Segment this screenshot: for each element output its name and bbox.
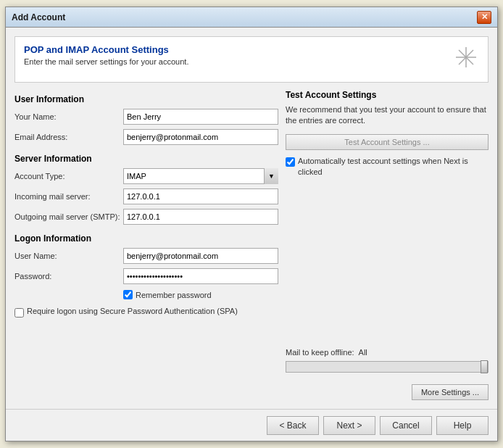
username-input[interactable] <box>123 248 278 264</box>
spa-label: Require logon using Secure Password Auth… <box>27 307 238 315</box>
spa-checkbox[interactable] <box>14 308 24 318</box>
more-settings-button[interactable]: More Settings ... <box>412 384 489 400</box>
email-input[interactable] <box>123 129 278 145</box>
outgoing-server-label: Outgoing mail server (SMTP): <box>14 212 123 221</box>
account-type-row: Account Type: IMAP POP3 ▼ <box>14 168 278 184</box>
user-info-header: User Information <box>14 94 278 104</box>
window-title: Add Account <box>12 12 65 22</box>
test-section-header: Test Account Settings <box>286 90 489 100</box>
username-label: User Name: <box>14 252 123 260</box>
auto-test-label: Automatically test account settings when… <box>298 156 489 178</box>
left-panel: User Information Your Name: Email Addres… <box>14 90 278 400</box>
account-type-wrapper: IMAP POP3 ▼ <box>123 168 278 184</box>
right-panel-inner: Test Account Settings We recommend that … <box>286 90 489 400</box>
test-description: We recommend that you test your account … <box>286 104 489 127</box>
window-content: POP and IMAP Account Settings Enter the … <box>6 28 497 409</box>
incoming-server-input[interactable] <box>123 188 278 204</box>
mail-offline-label: Mail to keep offline: <box>286 348 354 357</box>
outgoing-server-row: Outgoing mail server (SMTP): <box>14 209 278 225</box>
password-label: Password: <box>14 272 123 281</box>
header-title: POP and IMAP Account Settings <box>24 44 188 55</box>
outgoing-server-input[interactable] <box>123 209 278 225</box>
email-row: Email Address: <box>14 129 278 145</box>
server-info-header: Server Information <box>14 154 278 164</box>
footer: < Back Next > Cancel Help <box>6 409 497 441</box>
account-type-select[interactable]: IMAP POP3 <box>123 168 278 184</box>
header-description: Enter the mail server settings for your … <box>24 57 188 66</box>
remember-password-checkbox[interactable] <box>123 290 133 299</box>
cancel-button[interactable]: Cancel <box>380 416 432 435</box>
header-text: POP and IMAP Account Settings Enter the … <box>24 44 188 66</box>
main-area: User Information Your Name: Email Addres… <box>14 90 489 400</box>
incoming-server-row: Incoming mail server: <box>14 188 278 204</box>
auto-test-checkbox[interactable] <box>286 157 295 167</box>
test-account-settings-button[interactable]: Test Account Settings ... <box>286 134 489 150</box>
password-input[interactable] <box>123 268 278 284</box>
mail-offline-row: Mail to keep offline: All <box>286 348 489 357</box>
account-type-label: Account Type: <box>14 172 123 181</box>
add-account-window: Add Account ✕ POP and IMAP Account Setti… <box>5 7 498 441</box>
logon-info-header: Logon Information <box>14 233 278 244</box>
remember-password-label: Remember password <box>136 291 212 299</box>
email-label: Email Address: <box>14 133 123 141</box>
next-button[interactable]: Next > <box>323 416 375 435</box>
auto-test-row: Automatically test account settings when… <box>286 156 489 178</box>
header-section: POP and IMAP Account Settings Enter the … <box>14 36 489 83</box>
your-name-row: Your Name: <box>14 109 278 125</box>
back-button[interactable]: < Back <box>267 416 319 435</box>
mail-offline-value: All <box>359 348 367 357</box>
password-row: Password: <box>14 268 278 284</box>
your-name-label: Your Name: <box>14 112 123 121</box>
help-button[interactable]: Help <box>436 416 489 435</box>
username-row: User Name: <box>14 248 278 264</box>
title-bar: Add Account ✕ <box>6 7 497 28</box>
close-button[interactable]: ✕ <box>477 11 491 24</box>
incoming-server-label: Incoming mail server: <box>14 192 123 201</box>
spa-row: Require logon using Secure Password Auth… <box>14 307 278 318</box>
your-name-input[interactable] <box>123 109 278 125</box>
mail-offline-slider[interactable] <box>286 361 489 373</box>
remember-password-row: Remember password <box>123 290 278 299</box>
cursor-icon <box>453 44 479 75</box>
right-panel: Test Account Settings We recommend that … <box>286 90 489 400</box>
